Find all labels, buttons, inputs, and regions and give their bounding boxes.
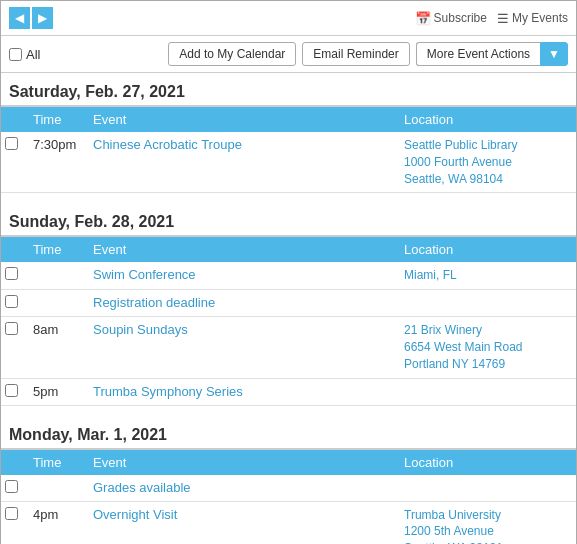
event-time: 8am [25,317,85,378]
event-location: Seattle Public Library1000 Fourth Avenue… [396,132,576,193]
event-time: 5pm [25,378,85,405]
add-to-calendar-button[interactable]: Add to My Calendar [168,42,296,66]
col-header-check-0 [1,107,25,132]
event-location [396,378,576,405]
all-label: All [26,47,40,62]
all-checkbox-label[interactable]: All [9,47,40,62]
all-checkbox-wrapper: All [9,47,40,62]
event-location [396,290,576,317]
subscribe-label: Subscribe [434,11,487,25]
days-container: Saturday, Feb. 27, 2021TimeEventLocation… [1,73,576,544]
event-table-0: TimeEventLocation7:30pmChinese Acrobatic… [1,107,576,193]
event-link[interactable]: Overnight Visit [93,507,177,522]
event-link[interactable]: Swim Conference [93,267,196,282]
table-row: 5pmTrumba Symphony Series [1,378,576,405]
table-row: Grades available [1,475,576,502]
event-name[interactable]: Swim Conference [85,262,396,289]
nav-next-button[interactable]: ▶ [32,7,53,29]
event-name[interactable]: Chinese Acrobatic Troupe [85,132,396,193]
event-table-1: TimeEventLocationSwim ConferenceMiami, F… [1,237,576,405]
toolbar-right: 📅 Subscribe ☰ My Events [415,11,568,26]
event-table-2: TimeEventLocationGrades available4pmOver… [1,450,576,544]
day-heading-0: Saturday, Feb. 27, 2021 [1,73,576,107]
myevents-icon: ☰ [497,11,509,26]
calendar-bar: All Add to My Calendar Email Reminder Mo… [1,36,576,73]
subscribe-link[interactable]: 📅 Subscribe [415,11,487,26]
more-event-actions-dropdown[interactable]: ▼ [540,42,568,66]
col-header-location-1: Location [396,237,576,262]
col-header-event-0: Event [85,107,396,132]
day-section-0: Saturday, Feb. 27, 2021TimeEventLocation… [1,73,576,193]
col-header-event-1: Event [85,237,396,262]
row-checkbox[interactable] [5,480,18,493]
event-link[interactable]: Grades available [93,480,191,495]
day-heading-1: Sunday, Feb. 28, 2021 [1,203,576,237]
row-checkbox-cell [1,132,25,193]
event-time [25,475,85,502]
event-time [25,290,85,317]
col-header-event-2: Event [85,450,396,475]
myevents-label: My Events [512,11,568,25]
row-checkbox-cell [1,290,25,317]
event-time: 4pm [25,501,85,544]
row-checkbox-cell [1,475,25,502]
toolbar-left: ◀ ▶ [9,7,53,29]
event-link[interactable]: Chinese Acrobatic Troupe [93,137,242,152]
day-section-2: Monday, Mar. 1, 2021TimeEventLocationGra… [1,416,576,544]
email-reminder-button[interactable]: Email Reminder [302,42,409,66]
event-location [396,475,576,502]
table-row: 8amSoupin Sundays21 Brix Winery6654 West… [1,317,576,378]
event-time [25,262,85,289]
col-header-time-0: Time [25,107,85,132]
event-name[interactable]: Overnight Visit [85,501,396,544]
event-time: 7:30pm [25,132,85,193]
more-event-actions-button[interactable]: More Event Actions [416,42,540,66]
event-link[interactable]: Registration deadline [93,295,215,310]
row-checkbox[interactable] [5,137,18,150]
row-checkbox-cell [1,262,25,289]
nav-prev-button[interactable]: ◀ [9,7,30,29]
all-checkbox[interactable] [9,48,22,61]
event-location: Miami, FL [396,262,576,289]
row-checkbox-cell [1,378,25,405]
event-name[interactable]: Soupin Sundays [85,317,396,378]
row-checkbox[interactable] [5,267,18,280]
col-header-time-1: Time [25,237,85,262]
myevents-link[interactable]: ☰ My Events [497,11,568,26]
event-link[interactable]: Trumba Symphony Series [93,384,243,399]
event-name[interactable]: Trumba Symphony Series [85,378,396,405]
section-separator [1,193,576,203]
section-separator [1,406,576,416]
row-checkbox-cell [1,501,25,544]
col-header-time-2: Time [25,450,85,475]
col-header-location-0: Location [396,107,576,132]
event-location: 21 Brix Winery6654 West Main RoadPortlan… [396,317,576,378]
table-row: Swim ConferenceMiami, FL [1,262,576,289]
row-checkbox[interactable] [5,384,18,397]
subscribe-icon: 📅 [415,11,431,26]
col-header-check-1 [1,237,25,262]
event-name[interactable]: Grades available [85,475,396,502]
row-checkbox[interactable] [5,507,18,520]
table-row: 7:30pmChinese Acrobatic TroupeSeattle Pu… [1,132,576,193]
row-checkbox[interactable] [5,322,18,335]
toolbar: ◀ ▶ 📅 Subscribe ☰ My Events [1,1,576,36]
day-heading-2: Monday, Mar. 1, 2021 [1,416,576,450]
calendar-bar-actions: Add to My Calendar Email Reminder More E… [168,42,568,66]
table-row: Registration deadline [1,290,576,317]
table-row: 4pmOvernight VisitTrumba University1200 … [1,501,576,544]
day-section-1: Sunday, Feb. 28, 2021TimeEventLocationSw… [1,203,576,405]
more-actions-wrapper: More Event Actions ▼ [416,42,568,66]
row-checkbox-cell [1,317,25,378]
row-checkbox[interactable] [5,295,18,308]
event-location: Trumba University1200 5th AvenueSeattle,… [396,501,576,544]
event-link[interactable]: Soupin Sundays [93,322,188,337]
event-name[interactable]: Registration deadline [85,290,396,317]
col-header-check-2 [1,450,25,475]
col-header-location-2: Location [396,450,576,475]
